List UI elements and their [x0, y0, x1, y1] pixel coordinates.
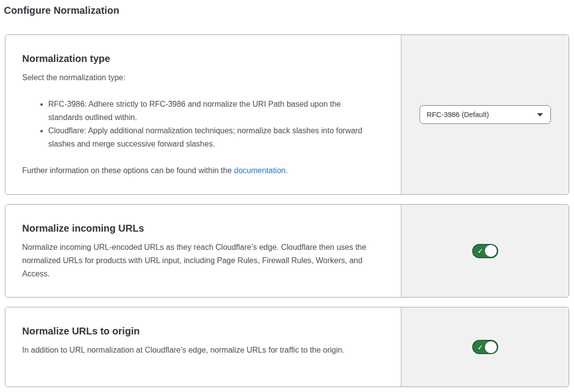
normalize-urls-to-origin-toggle[interactable]: ✓ — [472, 340, 498, 354]
list-item: RFC-3986: Adhere strictly to RFC-3986 an… — [48, 97, 377, 124]
chevron-down-icon — [537, 113, 543, 117]
list-item: Cloudflare: Apply additional normalizati… — [48, 124, 377, 151]
footer-note: Further information on these options can… — [22, 164, 381, 177]
settings-cards: Normalization type Select the normalizat… — [5, 34, 569, 387]
configure-normalization-page: Configure Normalization Normalization ty… — [0, 0, 574, 392]
normalize-incoming-urls-toggle[interactable]: ✓ — [472, 244, 498, 258]
documentation-link[interactable]: documentation — [234, 166, 285, 175]
card-normalization-type-content: Normalization type Select the normalizat… — [5, 35, 401, 194]
toggle-knob — [485, 341, 497, 353]
dropdown-selected-value: RFC-3986 (Default) — [427, 111, 489, 119]
card-control-panel: ✓ — [401, 307, 569, 387]
card-heading: Normalization type — [22, 53, 381, 64]
card-intro: Select the normalization type: — [22, 71, 381, 84]
page-title: Configure Normalization — [4, 5, 570, 16]
card-control-panel: ✓ — [401, 205, 569, 297]
card-heading: Normalize incoming URLs — [22, 223, 381, 234]
card-normalize-urls-to-origin: Normalize URLs to origin In addition to … — [5, 307, 569, 387]
card-normalization-type: Normalization type Select the normalizat… — [5, 34, 569, 195]
normalization-type-dropdown[interactable]: RFC-3986 (Default) — [420, 105, 551, 124]
toggle-knob — [485, 245, 497, 257]
card-description: In addition to URL normalization at Clou… — [22, 343, 381, 357]
card-normalize-urls-to-origin-content: Normalize URLs to origin In addition to … — [5, 307, 401, 387]
card-control-panel: RFC-3986 (Default) — [401, 35, 569, 194]
normalization-options-list: RFC-3986: Adhere strictly to RFC-3986 an… — [22, 97, 381, 151]
check-icon: ✓ — [478, 344, 483, 351]
card-heading: Normalize URLs to origin — [22, 326, 381, 337]
card-normalize-incoming-urls: Normalize incoming URLs Normalize incomi… — [5, 204, 569, 298]
check-icon: ✓ — [478, 247, 483, 254]
card-description: Normalize incoming URL-encoded URLs as t… — [22, 241, 381, 280]
card-normalize-incoming-urls-content: Normalize incoming URLs Normalize incomi… — [5, 205, 401, 297]
footer-note-text: Further information on these options can… — [22, 166, 234, 175]
footer-note-period: . — [285, 166, 287, 175]
